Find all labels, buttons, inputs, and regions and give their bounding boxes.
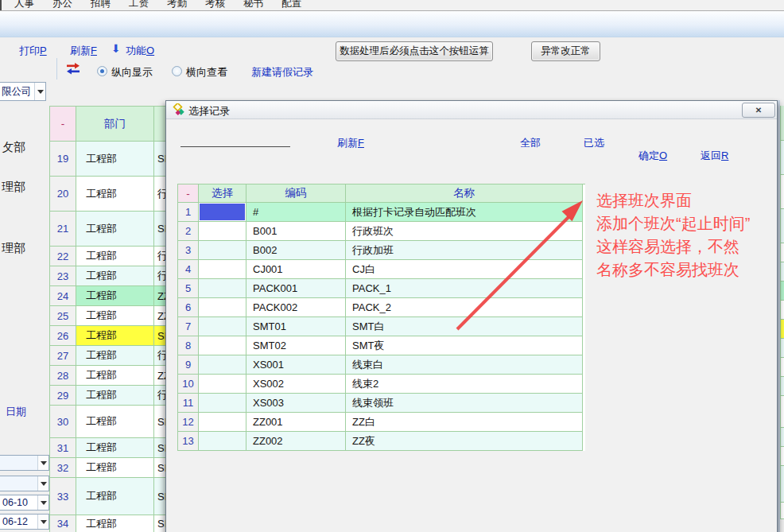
table-row[interactable]: 21工程部SM	[50, 212, 175, 247]
name-cell[interactable]: ZZ夜	[346, 432, 583, 451]
select-cell[interactable]	[199, 241, 246, 260]
select-cell[interactable]	[199, 394, 246, 413]
department-cell[interactable]: 工程部	[76, 515, 154, 532]
name-cell[interactable]: PACK_2	[346, 298, 583, 317]
date-combo-arrow-icon[interactable]	[37, 456, 49, 470]
department-cell[interactable]: 工程部	[76, 386, 154, 406]
department-cell[interactable]: 工程部	[76, 142, 154, 177]
name-cell[interactable]: 线束领班	[346, 394, 583, 413]
process-data-button[interactable]: 数据处理后必须点击这个按钮运算	[336, 41, 493, 61]
radio-vertical-display[interactable]	[97, 66, 107, 76]
selected-only-link[interactable]: 已选	[584, 136, 604, 150]
table-row[interactable]: 26工程部SM	[50, 326, 175, 346]
select-cell[interactable]	[199, 432, 246, 451]
table-row[interactable]: 23工程部行	[50, 266, 175, 286]
code-cell[interactable]: XS001	[246, 355, 346, 375]
header-cell-code[interactable]: 编码	[246, 184, 346, 203]
select-cell[interactable]	[199, 298, 246, 317]
dialog-refresh-link[interactable]: 刷新F	[337, 136, 364, 150]
table-row[interactable]: 20工程部行	[50, 177, 175, 212]
department-cell[interactable]: 工程部	[76, 266, 154, 286]
header-cell-department[interactable]: 部门	[76, 107, 154, 142]
dialog-table-row[interactable]: 13ZZ002ZZ夜	[178, 432, 585, 451]
department-cell[interactable]: 工程部	[76, 326, 154, 346]
date-combo[interactable]	[0, 455, 49, 471]
menu-item[interactable]: 配置	[281, 0, 301, 10]
dialog-table-row[interactable]: 11XS003线束领班	[178, 394, 585, 413]
tree-node[interactable]: 攵部	[2, 140, 25, 155]
table-row[interactable]: 27工程部行	[50, 346, 175, 366]
code-cell[interactable]: B002	[246, 241, 346, 260]
dialog-table-row[interactable]: 1#根据打卡记录自动匹配班次	[178, 203, 585, 222]
header-cell-select[interactable]: 选择	[199, 184, 246, 203]
name-cell[interactable]: 线束白	[346, 355, 583, 375]
code-cell[interactable]: XS002	[246, 375, 346, 394]
table-row[interactable]: 19工程部SM	[50, 142, 175, 177]
dialog-table-row[interactable]: 5PACK001PACK_1	[178, 279, 585, 298]
swap-columns-icon[interactable]	[65, 63, 81, 75]
dialog-table-row[interactable]: 3B002行政加班	[178, 241, 585, 260]
code-cell[interactable]: PACK001	[246, 279, 346, 298]
company-dropdown-arrow-icon[interactable]	[34, 83, 45, 100]
dialog-table-row[interactable]: 7SMT01SMT白	[178, 317, 585, 336]
table-row[interactable]: 31工程部SM	[50, 438, 175, 458]
code-cell[interactable]: SMT01	[246, 317, 346, 336]
menu-item[interactable]: 人事	[14, 0, 34, 10]
table-row[interactable]: 22工程部行	[50, 247, 175, 266]
select-cell[interactable]	[199, 317, 246, 336]
name-cell[interactable]: 行政加班	[346, 241, 583, 260]
company-dropdown[interactable]: 限公司	[0, 82, 46, 101]
new-leave-record-link[interactable]: 新建请假记录	[251, 65, 313, 80]
ok-link[interactable]: 确定O	[638, 149, 667, 163]
back-link[interactable]: 返回R	[701, 149, 728, 163]
menu-item[interactable]: 办公	[52, 0, 72, 10]
dialog-table-row[interactable]: 10XS002线束2	[178, 375, 585, 394]
menu-item[interactable]: 工资	[129, 0, 149, 10]
department-cell[interactable]: 工程部	[76, 438, 154, 458]
department-cell[interactable]: 工程部	[76, 177, 154, 212]
table-row[interactable]: 25工程部ZZ	[50, 306, 175, 326]
select-cell[interactable]	[199, 222, 246, 241]
date-combo-arrow-icon[interactable]	[37, 495, 49, 510]
select-cell[interactable]	[199, 279, 246, 298]
name-cell[interactable]: PACK_1	[346, 279, 583, 298]
department-cell[interactable]: 工程部	[76, 458, 154, 478]
department-cell[interactable]: 工程部	[76, 346, 154, 366]
table-row[interactable]: 28工程部ZZ	[50, 366, 175, 386]
name-cell[interactable]: CJ白	[346, 260, 583, 279]
header-cell-dash[interactable]: -	[50, 107, 76, 142]
code-cell[interactable]: B001	[246, 222, 346, 241]
name-cell[interactable]: 行政班次	[346, 222, 583, 241]
date-combo[interactable]: 06-12	[0, 514, 49, 530]
code-cell[interactable]: ZZ001	[246, 413, 346, 432]
select-cell[interactable]	[199, 375, 246, 394]
code-cell[interactable]: CJ001	[246, 260, 346, 279]
dialog-table-row[interactable]: 6PACK002PACK_2	[178, 298, 585, 317]
menu-item[interactable]: 招聘	[91, 0, 111, 10]
department-cell[interactable]: 工程部	[76, 212, 154, 247]
function-menu-button[interactable]: 功能O	[126, 44, 154, 58]
department-cell[interactable]: 工程部	[76, 406, 154, 438]
department-cell[interactable]: 工程部	[76, 247, 154, 266]
header-cell-dash[interactable]: -	[178, 184, 199, 203]
tree-node[interactable]: 理部	[2, 180, 25, 195]
table-row[interactable]: 29工程部行	[50, 386, 175, 406]
dialog-table-row[interactable]: 4CJ001CJ白	[178, 260, 585, 279]
dialog-table-row[interactable]: 2B001行政班次	[178, 222, 585, 241]
header-cell-name[interactable]: 名称	[346, 184, 583, 203]
code-cell[interactable]: ZZ002	[246, 432, 346, 451]
name-cell[interactable]: SMT白	[346, 317, 583, 336]
tree-node[interactable]: 理部	[2, 241, 25, 256]
table-row[interactable]: 24工程部ZZ	[50, 286, 175, 306]
dialog-titlebar[interactable]: 选择记录 ✕	[166, 101, 777, 119]
date-combo[interactable]: 06-10	[0, 495, 49, 511]
code-cell[interactable]: #	[246, 203, 346, 222]
select-cell[interactable]	[199, 413, 246, 432]
department-cell[interactable]: 工程部	[76, 478, 154, 515]
menu-item[interactable]: 考勤	[167, 0, 187, 10]
table-row[interactable]: 32工程部SM	[50, 458, 175, 478]
name-cell[interactable]: 根据打卡记录自动匹配班次	[346, 203, 583, 222]
code-cell[interactable]: PACK002	[246, 298, 346, 317]
table-row[interactable]: 33工程部SM	[50, 478, 175, 515]
print-button[interactable]: 打印P	[19, 44, 47, 58]
